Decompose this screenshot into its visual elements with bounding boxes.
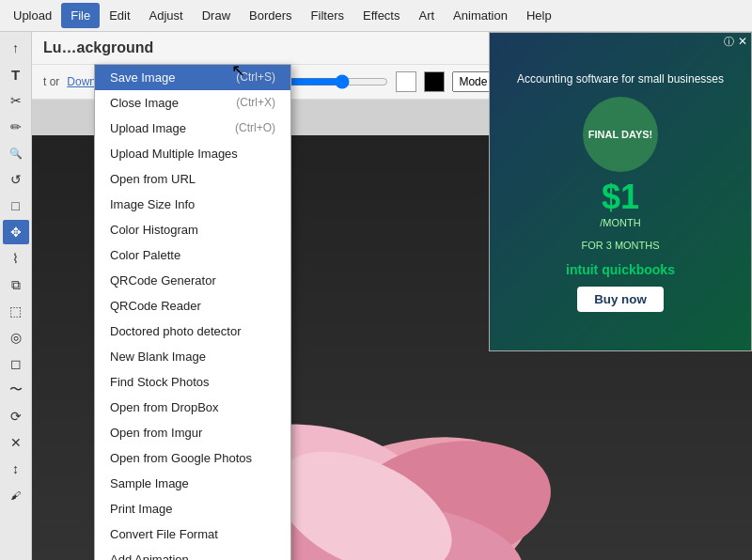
menu-item-open-imgur[interactable]: Open from Imgur [95,420,290,445]
ad-title: Accounting software for small businesses [517,72,724,86]
eye-icon: ◎ [10,330,22,345]
menu-item-close-shortcut: (Ctrl+X) [236,96,275,109]
menubar-item-art[interactable]: Art [409,3,444,28]
menubar: Upload File Edit Adjust Draw Borders Fil… [0,0,752,32]
menu-item-image-size[interactable]: Image Size Info [95,192,290,217]
menu-item-convert-format-label: Convert File Format [110,527,218,541]
ad-duration: FOR 3 MONTHS [581,240,659,251]
upload-icon: ↑ [12,40,19,55]
menu-item-upload-multiple-label: Upload Multiple Images [110,147,238,161]
pen-icon: ✏ [10,119,22,134]
color-swatch-white[interactable] [396,71,416,92]
menu-item-print-image[interactable]: Print Image [95,496,290,521]
menu-item-qrcode-gen[interactable]: QRCode Generator [95,268,290,293]
text-icon: T [11,67,20,83]
tool-smudge[interactable]: 〜 [3,378,29,402]
tool-rect[interactable]: □ [3,194,29,218]
tool-upload[interactable]: ↑ [3,36,29,60]
menu-item-qrcode-reader[interactable]: QRCode Reader [95,293,290,319]
ad-info-icon[interactable]: ⓘ [724,35,734,49]
menu-item-new-blank[interactable]: New Blank Image [95,344,290,369]
tool-layers[interactable]: ⧉ [3,272,29,297]
menu-item-upload-image[interactable]: Upload Image (Ctrl+O) [95,116,290,141]
menu-item-open-dropbox-label: Open from DropBox [110,400,219,414]
menu-item-save-image[interactable]: Save Image (Ctrl+S) [95,65,290,90]
smudge-icon: 〜 [9,381,23,398]
menubar-item-adjust[interactable]: Adjust [140,3,193,28]
control-label-1: t or [43,75,59,88]
menu-item-sample-image-label: Sample Image [110,476,189,490]
menubar-item-help[interactable]: Help [517,3,561,28]
threshold-slider[interactable] [275,74,388,89]
menu-item-add-animation[interactable]: Add Animation [95,547,290,560]
rect-icon: □ [11,198,19,213]
scissors-icon: ✂ [10,93,22,108]
ad-close-button[interactable]: ✕ [738,35,747,48]
ad-period: /MONTH [600,217,640,228]
menu-item-open-imgur-label: Open from Imgur [110,426,202,440]
menu-item-image-size-label: Image Size Info [110,197,195,211]
tool-pen[interactable]: ✏ [3,115,29,139]
menu-item-close-image[interactable]: Close Image (Ctrl+X) [95,90,290,116]
tool-rotate[interactable]: ↺ [3,167,29,192]
menubar-item-edit[interactable]: Edit [100,3,139,28]
menu-item-doctored-photo-label: Doctored photo detector [110,324,241,338]
tool-eraser[interactable]: ◻ [3,351,29,376]
menu-item-qrcode-reader-label: QRCode Reader [110,299,201,313]
menubar-item-filters[interactable]: Filters [302,3,353,28]
menu-item-doctored-photo[interactable]: Doctored photo detector [95,319,290,344]
tool-move[interactable]: ✥ [3,220,29,244]
tool-zoom[interactable]: 🔍 [3,141,29,165]
ad-content: ✕ ⓘ Accounting software for small busine… [490,33,751,350]
menu-item-qrcode-gen-label: QRCode Generator [110,273,216,288]
menubar-item-draw[interactable]: Draw [193,3,240,28]
menu-item-open-dropbox[interactable]: Open from DropBox [95,395,290,420]
menu-item-close-label: Close Image [110,96,179,110]
tool-eye[interactable]: ◎ [3,325,29,350]
rotate-icon: ↺ [10,172,22,187]
file-dropdown-menu: Save Image (Ctrl+S) Close Image (Ctrl+X)… [94,64,291,560]
menu-item-find-stock[interactable]: Find Stock Photos [95,369,290,395]
menu-item-color-palette-label: Color Palette [110,248,180,262]
zoom-icon: 🔍 [9,148,23,160]
selection-icon: ⬚ [9,303,22,319]
menu-item-open-google-photos-label: Open from Google Photos [110,451,252,465]
menu-item-open-url[interactable]: Open from URL [95,166,290,192]
ad-banner: ✕ ⓘ Accounting software for small busine… [489,32,752,351]
tool-selection[interactable]: ⬚ [3,299,29,323]
menu-item-color-histogram[interactable]: Color Histogram [95,217,290,242]
tool-close[interactable]: ✕ [3,430,29,455]
ad-buy-button[interactable]: Buy now [577,287,664,312]
arrow-icon: ↕ [12,461,19,476]
tool-scissors[interactable]: ✂ [3,88,29,113]
tool-text[interactable]: T [3,62,29,86]
tool-history[interactable]: ⟳ [3,404,29,428]
menubar-item-upload[interactable]: Upload [4,3,61,28]
menu-item-upload-label: Upload Image [110,121,186,135]
menubar-item-file[interactable]: File [61,3,100,28]
canvas-title: Lu…ackground [43,39,153,55]
menu-item-add-animation-label: Add Animation [110,552,189,560]
menu-item-color-histogram-label: Color Histogram [110,223,198,237]
menu-item-save-shortcut: (Ctrl+S) [236,70,275,84]
menubar-item-effects[interactable]: Effects [353,3,410,28]
menu-item-find-stock-label: Find Stock Photos [110,375,210,389]
menu-item-color-palette[interactable]: Color Palette [95,242,290,268]
content-area: Lu…ackground t or Download now ancy thre… [32,32,752,560]
menu-item-save-label: Save Image [110,70,175,85]
menu-item-upload-multiple[interactable]: Upload Multiple Images [95,141,290,166]
menu-item-open-google-photos[interactable]: Open from Google Photos [95,445,290,471]
menubar-item-animation[interactable]: Animation [444,3,517,28]
ad-price: $1 [602,178,639,217]
tool-brush[interactable]: ⌇ [3,246,29,271]
color-swatch-black[interactable] [424,71,445,92]
menu-item-upload-shortcut: (Ctrl+O) [235,121,275,134]
menu-item-open-url-label: Open from URL [110,172,196,186]
ad-logo: intuit quickbooks [566,262,675,277]
menubar-item-borders[interactable]: Borders [240,3,302,28]
tool-paint[interactable]: 🖌 [3,483,29,507]
left-toolbar: ↑ T ✂ ✏ 🔍 ↺ □ ✥ ⌇ ⧉ ⬚ ◎ ◻ 〜 ⟳ ✕ ↕ 🖌 [0,32,32,560]
menu-item-sample-image[interactable]: Sample Image [95,471,290,496]
menu-item-convert-format[interactable]: Convert File Format [95,521,290,547]
tool-arrow[interactable]: ↕ [3,457,29,481]
